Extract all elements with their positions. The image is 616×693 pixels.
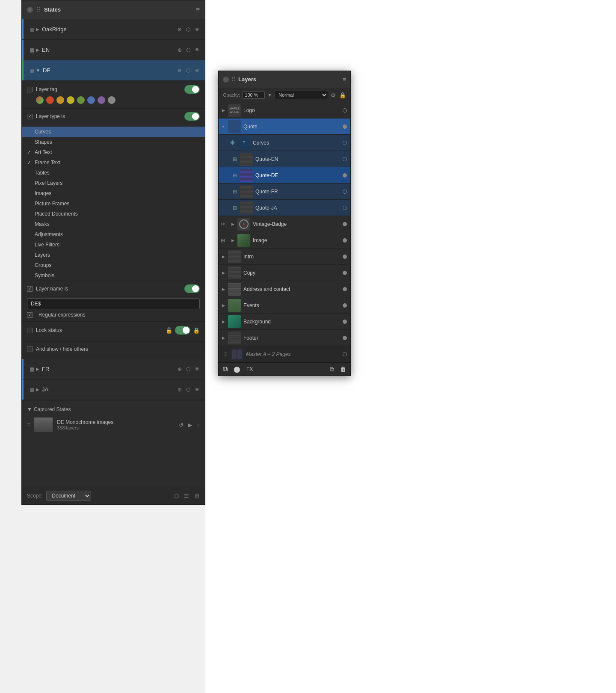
expand-footer[interactable]: ▶ bbox=[219, 336, 228, 340]
layer-item-events[interactable]: ▶ Events bbox=[219, 297, 350, 314]
eye-icon-en[interactable]: 👁 bbox=[195, 47, 200, 53]
state-row-en[interactable]: ▦ ▶ EN ⊕ ⬡ 👁 bbox=[22, 40, 205, 60]
layer-type-item-groups[interactable]: Groups bbox=[22, 260, 205, 270]
edit-icon-oakridge[interactable]: ⬡ bbox=[186, 27, 190, 33]
layer-type-item-pixel[interactable]: Pixel Layers bbox=[22, 178, 205, 188]
expand-en[interactable]: ▶ bbox=[36, 47, 39, 52]
layer-item-quote[interactable]: ▼ Quote bbox=[219, 118, 350, 135]
layers-close-button[interactable] bbox=[223, 77, 229, 83]
fx-settings-icon[interactable]: ⚙ bbox=[331, 92, 336, 98]
color-dot-5[interactable] bbox=[87, 96, 95, 104]
state-row-de[interactable]: ▦ ▼ DE ⊕ ⬡ 👁 bbox=[22, 60, 205, 81]
target-icon-oakridge[interactable]: ⊕ bbox=[178, 27, 182, 33]
layer-item-curves[interactable]: ✳ " Curves bbox=[219, 135, 350, 151]
expand-oakridge[interactable]: ▶ bbox=[36, 27, 39, 32]
expand-fr[interactable]: ▶ bbox=[36, 367, 39, 371]
layer-name-input[interactable] bbox=[27, 298, 200, 309]
layer-item-intro[interactable]: ▶ Intro bbox=[219, 249, 350, 265]
eye-icon-fr[interactable]: 👁 bbox=[195, 366, 200, 372]
layer-type-item-pictureframes[interactable]: Picture Frames bbox=[22, 198, 205, 209]
edit-icon-ja[interactable]: ⬡ bbox=[186, 387, 190, 393]
layer-item-background[interactable]: ▶ Background bbox=[219, 314, 350, 330]
layer-type-toggle[interactable] bbox=[184, 112, 200, 121]
scope-select[interactable]: Document bbox=[46, 491, 91, 501]
regex-checkbox[interactable]: ✓ bbox=[27, 312, 33, 318]
play-icon[interactable]: ▶ bbox=[188, 422, 192, 428]
target-icon-de[interactable]: ⊕ bbox=[178, 68, 182, 74]
layer-item-quote-fr[interactable]: ⊞ Quote-FR bbox=[219, 184, 350, 200]
layer-item-quote-en[interactable]: ⊞ Quote-EN bbox=[219, 151, 350, 167]
fx-layer-icon[interactable]: FX bbox=[246, 366, 253, 372]
captured-menu-icon[interactable]: ≡ bbox=[196, 422, 200, 428]
layer-type-item-masks[interactable]: Masks bbox=[22, 219, 205, 229]
layer-type-item-shapes[interactable]: Shapes bbox=[22, 137, 205, 147]
layer-item-image[interactable]: ⊞ ▶ Image bbox=[219, 232, 350, 249]
scope-icon-1[interactable]: ⬡ bbox=[174, 493, 179, 499]
expand-quote[interactable]: ▼ bbox=[219, 124, 228, 129]
color-dot-2[interactable] bbox=[56, 96, 64, 104]
layer-type-item-placeddocs[interactable]: Placed Documents bbox=[22, 209, 205, 219]
layer-tag-toggle[interactable] bbox=[184, 85, 200, 94]
lock-toggle[interactable] bbox=[175, 326, 190, 335]
mask-layer-icon[interactable]: ⬤ bbox=[234, 366, 240, 373]
layer-type-checkbox[interactable]: ✓ bbox=[27, 114, 33, 119]
expand-background[interactable]: ▶ bbox=[219, 320, 228, 324]
layer-type-item-symbols[interactable]: Symbols bbox=[22, 270, 205, 281]
eye-icon-de[interactable]: 👁 bbox=[195, 68, 200, 74]
opacity-input[interactable] bbox=[243, 91, 265, 99]
layer-type-item-adjustments[interactable]: Adjustments bbox=[22, 229, 205, 240]
layer-tag-checkbox[interactable] bbox=[27, 87, 33, 92]
lock-layers-icon[interactable]: 🔒 bbox=[339, 92, 346, 98]
state-row-fr[interactable]: ▦ ▶ FR ⊕ ⬡ 👁 bbox=[22, 359, 205, 379]
color-dot-3[interactable] bbox=[67, 96, 74, 104]
target-icon-ja[interactable]: ⊕ bbox=[178, 387, 182, 393]
layer-type-item-livefilters[interactable]: Live Filters bbox=[22, 240, 205, 250]
layer-type-item-images[interactable]: Images bbox=[22, 188, 205, 198]
close-button[interactable]: × bbox=[27, 7, 33, 13]
color-dot-1[interactable] bbox=[46, 96, 54, 104]
layer-item-vintage-badge[interactable]: ✂ ▶ 🗼 Vintage-Badge bbox=[219, 216, 350, 232]
expand-de[interactable]: ▼ bbox=[36, 68, 40, 73]
states-menu-button[interactable]: ≡ bbox=[196, 6, 200, 14]
target-icon-fr[interactable]: ⊕ bbox=[178, 366, 182, 372]
blend-mode-select[interactable]: Normal bbox=[275, 91, 328, 99]
eye-icon-oakridge[interactable]: 👁 bbox=[195, 27, 200, 33]
expand-vintage-badge[interactable]: ▶ bbox=[228, 222, 237, 226]
color-dot-7[interactable] bbox=[108, 96, 116, 104]
expand-events[interactable]: ▶ bbox=[219, 303, 228, 308]
layer-type-item-arttext[interactable]: ✓ Art Text bbox=[22, 147, 205, 157]
color-dot-4[interactable] bbox=[77, 96, 85, 104]
expand-copy[interactable]: ▶ bbox=[219, 271, 228, 275]
layer-item-address[interactable]: ▶ Address and contact bbox=[219, 281, 350, 297]
layer-item-quote-de[interactable]: ⊞ Quote-DE bbox=[219, 167, 350, 184]
expand-image[interactable]: ▶ bbox=[228, 238, 237, 243]
captured-item-0[interactable]: ≡ DE Monochrome images 358 layers ↺ ▶ ≡ bbox=[22, 415, 205, 435]
expand-intro[interactable]: ▶ bbox=[219, 255, 228, 259]
layer-item-master[interactable]: ⊡ Master A – 2 Pages bbox=[219, 346, 350, 362]
target-icon-en[interactable]: ⊕ bbox=[178, 47, 182, 53]
lock-checkbox[interactable] bbox=[27, 328, 33, 333]
layer-item-logo[interactable]: ▶ MAPLEWOOD Logo bbox=[219, 102, 350, 118]
layer-name-toggle[interactable] bbox=[184, 284, 200, 293]
layer-type-item-layers[interactable]: Layers bbox=[22, 250, 205, 260]
edit-icon-fr[interactable]: ⬡ bbox=[186, 366, 190, 372]
state-row-oakridge[interactable]: ▦ ▶ OakRidge ⊕ ⬡ 👁 bbox=[22, 19, 205, 40]
layer-type-item-curves[interactable]: Curves bbox=[22, 127, 205, 137]
eye-icon-ja[interactable]: 👁 bbox=[195, 387, 200, 393]
layer-item-footer[interactable]: ▶ Footer bbox=[219, 330, 350, 346]
layers-menu-button[interactable]: ≡ bbox=[343, 76, 346, 83]
layer-type-item-tables[interactable]: Tables bbox=[22, 168, 205, 178]
edit-icon-en[interactable]: ⬡ bbox=[186, 47, 190, 53]
copy-layer-icon[interactable]: ⧉ bbox=[223, 365, 228, 373]
layer-name-checkbox[interactable]: ✓ bbox=[27, 286, 33, 292]
captured-states-header[interactable]: ▼ Captured States bbox=[22, 404, 205, 415]
delete-layer-icon[interactable]: 🗑 bbox=[340, 366, 346, 373]
color-dot-6[interactable] bbox=[98, 96, 105, 104]
scope-icon-2[interactable]: ☰ bbox=[184, 493, 189, 499]
color-dot-0[interactable] bbox=[36, 96, 44, 104]
refresh-icon[interactable]: ↺ bbox=[179, 422, 184, 428]
edit-icon-de[interactable]: ⬡ bbox=[186, 68, 190, 74]
expand-address[interactable]: ▶ bbox=[219, 287, 228, 291]
scope-icon-3[interactable]: 🗑 bbox=[194, 493, 200, 499]
show-hide-checkbox[interactable] bbox=[27, 346, 33, 352]
